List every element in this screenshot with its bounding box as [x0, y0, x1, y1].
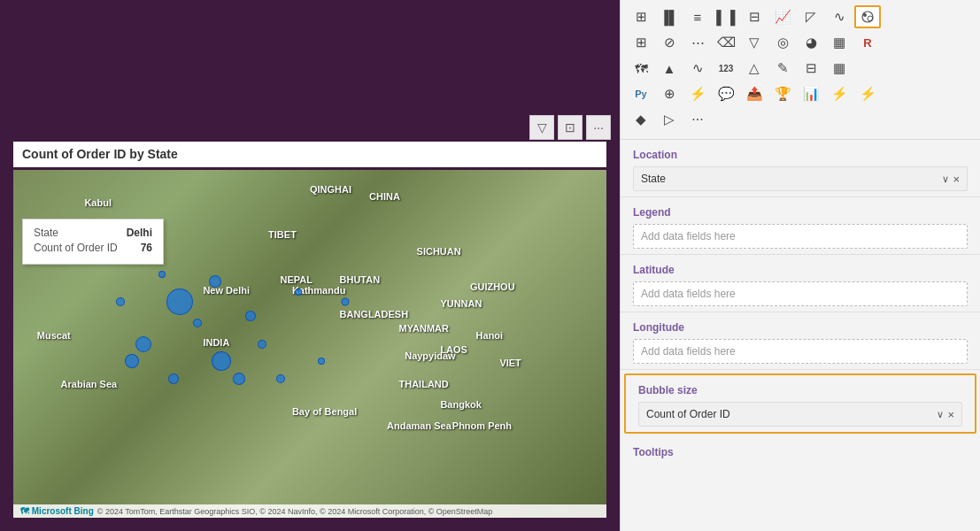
- tooltip-count-row: Count of Order ID 76: [34, 242, 152, 254]
- map-label: Kabul: [84, 197, 112, 208]
- map-bubble[interactable]: [342, 298, 350, 306]
- map-label: Andaman Sea: [387, 420, 451, 431]
- bar-chart-icon[interactable]: ▐▌: [656, 5, 683, 28]
- legend-drop-area[interactable]: Add data fields here: [633, 224, 968, 249]
- area-chart-icon[interactable]: ◸: [798, 5, 824, 28]
- edit2-icon[interactable]: ✎: [769, 57, 796, 80]
- map-label: NEPAL: [281, 274, 313, 285]
- map-bubble[interactable]: [245, 311, 256, 321]
- bubble-size-label: Bubble size: [638, 384, 962, 396]
- filter-button[interactable]: ▽: [529, 115, 554, 140]
- kpi2-icon[interactable]: 📊: [798, 82, 824, 105]
- latitude-label: Latitude: [633, 264, 968, 276]
- latitude-placeholder: Add data fields here: [641, 288, 736, 300]
- map-bubble[interactable]: [193, 319, 202, 327]
- more-options-icon[interactable]: ···: [684, 108, 711, 131]
- line-chart-icon[interactable]: 📈: [769, 5, 796, 28]
- map-label: Phnom Penh: [452, 420, 512, 431]
- map-bubble[interactable]: [158, 271, 166, 278]
- forecast-icon[interactable]: ⚡: [854, 82, 881, 105]
- wave-icon[interactable]: ∿: [826, 5, 853, 28]
- location-label: Location: [633, 149, 968, 161]
- kpi-icon[interactable]: △: [741, 57, 768, 80]
- expand-button[interactable]: ⊡: [558, 115, 583, 140]
- map-label: Bangkok: [440, 399, 481, 410]
- latitude-drop-area[interactable]: Add data fields here: [633, 281, 968, 306]
- map-bubble[interactable]: [295, 289, 302, 296]
- wavy-icon[interactable]: ∿: [684, 57, 711, 80]
- smart-narr-icon[interactable]: ⚡: [684, 82, 711, 105]
- state-chevron-icon[interactable]: ∨: [942, 173, 949, 185]
- state-close-icon[interactable]: ×: [953, 173, 960, 185]
- matrix3-icon[interactable]: ⊟: [798, 57, 824, 80]
- map-bubble[interactable]: [209, 275, 221, 288]
- map-label: INDIA: [203, 337, 229, 348]
- matrix-icon[interactable]: ⊞: [628, 31, 654, 54]
- bubble-map-icon[interactable]: [854, 5, 881, 28]
- map-title: Count of Order ID by State: [13, 142, 606, 167]
- map-bubble[interactable]: [166, 289, 193, 315]
- map-tooltip: State Delhi Count of Order ID 76: [22, 219, 164, 265]
- bubble-size-chevron-icon[interactable]: ∨: [937, 409, 944, 420]
- map-bubble[interactable]: [116, 297, 125, 306]
- bar-chart2-icon[interactable]: ▌▐: [713, 5, 739, 28]
- location-section: Location State ∨ ×: [621, 140, 980, 197]
- tooltip-state-label: State: [34, 227, 58, 239]
- map-icon[interactable]: 🗺: [628, 57, 654, 80]
- goal-icon[interactable]: 🏆: [769, 82, 796, 105]
- stacked-bar-icon[interactable]: ≡: [684, 5, 711, 28]
- map-label: Bay of Bengal: [292, 406, 357, 417]
- map-bubble[interactable]: [168, 373, 179, 384]
- card-icon[interactable]: 123: [713, 57, 739, 80]
- map-bubble[interactable]: [276, 374, 285, 383]
- donut-icon[interactable]: ◎: [769, 31, 796, 54]
- right-panel: ⊞ ▐▌ ≡ ▌▐ ⊟ 📈 ◸ ∿ ⊞ ⊘ ⋯ ⌫ ▽ ◎ ◕ ▦: [620, 0, 980, 531]
- map-label: BHUTAN: [340, 274, 381, 285]
- pie-icon[interactable]: ◕: [798, 31, 824, 54]
- map-bubble[interactable]: [318, 358, 325, 365]
- qa-icon[interactable]: 💬: [713, 82, 739, 105]
- diamond-icon[interactable]: ◆: [628, 108, 654, 131]
- ribbon-icon[interactable]: ⌫: [713, 31, 739, 54]
- tooltips-section: Tooltips: [621, 437, 980, 469]
- scatter-icon[interactable]: ⋯: [684, 31, 711, 54]
- bubble-size-chip-text: Count of Order ID: [646, 408, 730, 420]
- map-label: SICHUAN: [417, 246, 461, 257]
- map-label: CHINA: [369, 191, 400, 202]
- tooltip-count-value: 76: [141, 242, 152, 254]
- map-label: Hanoi: [476, 330, 504, 341]
- map-bubble[interactable]: [258, 340, 266, 349]
- tooltip-state-value: Delhi: [127, 227, 152, 239]
- arrow-right-icon[interactable]: ▷: [656, 108, 683, 131]
- more-button[interactable]: ···: [586, 115, 611, 140]
- map-bubble[interactable]: [233, 373, 245, 385]
- table2-icon[interactable]: ⊟: [741, 5, 768, 28]
- grid-icon[interactable]: ▦: [826, 57, 853, 80]
- anomaly-icon[interactable]: ⚡: [826, 82, 853, 105]
- r-visual-icon[interactable]: R: [854, 31, 881, 54]
- map-bubble[interactable]: [125, 354, 139, 368]
- tooltips-label: Tooltips: [633, 446, 968, 458]
- map-label: THAILAND: [399, 379, 449, 389]
- map-image-area: State Delhi Count of Order ID 76 🗺 Micro…: [13, 170, 606, 518]
- bubble-size-chip-actions: ∨ ×: [937, 409, 954, 420]
- table-icon[interactable]: ⊞: [628, 5, 654, 28]
- funnel-icon[interactable]: ▽: [741, 31, 768, 54]
- python-icon[interactable]: Py: [628, 82, 654, 105]
- scatter2-icon[interactable]: ⊕: [656, 82, 683, 105]
- bubble-size-close-icon[interactable]: ×: [947, 409, 954, 420]
- map-bubble[interactable]: [135, 336, 151, 352]
- longitude-section: Longitude Add data fields here: [621, 312, 980, 370]
- map-panel: ▽ ⊡ ··· Count of Order ID by State State…: [0, 0, 620, 531]
- navigate-icon[interactable]: ▲: [656, 57, 683, 80]
- bubble-size-chip[interactable]: Count of Order ID ∨ ×: [638, 402, 962, 427]
- map-bubble[interactable]: [212, 351, 231, 371]
- longitude-drop-area[interactable]: Add data fields here: [633, 339, 968, 364]
- state-chip[interactable]: State ∨ ×: [633, 166, 968, 191]
- bubble-size-section: Bubble size Count of Order ID ∨ ×: [624, 373, 976, 434]
- table3-icon[interactable]: ▦: [826, 31, 853, 54]
- map-label: VIET: [499, 358, 521, 368]
- combo-chart-icon[interactable]: ⊘: [656, 31, 683, 54]
- export-icon[interactable]: 📤: [741, 82, 768, 105]
- map-label: Muscat: [37, 330, 71, 341]
